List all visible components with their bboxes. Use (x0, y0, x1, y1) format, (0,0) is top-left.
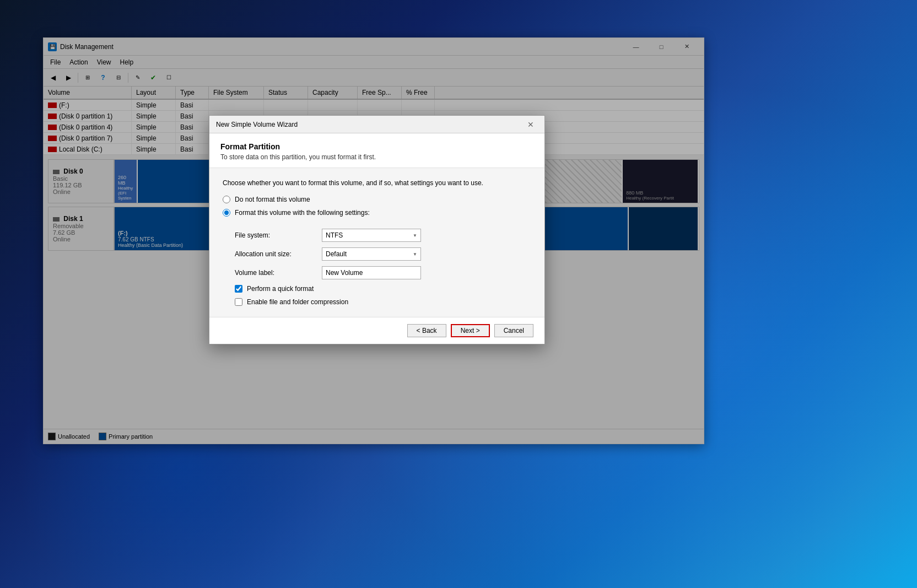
alloc-label: Allocation unit size: (235, 250, 317, 258)
alloc-value: Default (326, 250, 347, 258)
no-format-radio[interactable] (223, 196, 230, 203)
back-button[interactable]: < Back (407, 324, 446, 337)
no-format-option[interactable]: Do not format this volume (223, 196, 531, 203)
format-options: Do not format this volume Format this vo… (223, 196, 531, 306)
fs-row: File system: NTFS ▼ (235, 229, 531, 242)
cancel-button[interactable]: Cancel (494, 324, 533, 337)
dialog-heading: Format Partition (220, 142, 533, 151)
compression-label: Enable file and folder compression (247, 298, 348, 306)
format-label: Format this volume with the following se… (235, 209, 370, 217)
vol-label-row: Volume label: (235, 266, 531, 279)
compression-row[interactable]: Enable file and folder compression (235, 298, 531, 306)
fs-dropdown-arrow: ▼ (413, 233, 417, 238)
dialog-footer: < Back Next > Cancel (209, 317, 544, 344)
no-format-label: Do not format this volume (235, 196, 310, 203)
alloc-dropdown[interactable]: Default ▼ (322, 247, 421, 261)
main-window: 💾 Disk Management — □ ✕ File Action View… (43, 37, 704, 444)
vol-label-label: Volume label: (235, 269, 317, 277)
quick-format-label: Perform a quick format (247, 285, 314, 293)
format-option[interactable]: Format this volume with the following se… (223, 209, 531, 217)
dialog-title-bar: New Simple Volume Wizard ✕ (209, 116, 544, 133)
dialog-title: New Simple Volume Wizard (216, 121, 524, 128)
dialog-body: Choose whether you want to format this v… (209, 168, 544, 317)
format-settings: File system: NTFS ▼ Allocation unit size… (235, 229, 531, 306)
quick-format-row[interactable]: Perform a quick format (235, 285, 531, 293)
format-radio[interactable] (223, 209, 230, 217)
compression-checkbox[interactable] (235, 298, 242, 306)
fs-label: File system: (235, 231, 317, 239)
vol-label-input[interactable] (322, 266, 421, 279)
wizard-dialog: New Simple Volume Wizard ✕ Format Partit… (209, 115, 545, 344)
quick-format-checkbox[interactable] (235, 285, 242, 293)
fs-dropdown[interactable]: NTFS ▼ (322, 229, 421, 242)
fs-value: NTFS (326, 231, 343, 239)
dialog-header: Format Partition To store data on this p… (209, 133, 544, 168)
dialog-body-desc: Choose whether you want to format this v… (223, 179, 531, 187)
alloc-row: Allocation unit size: Default ▼ (235, 247, 531, 261)
dialog-subheading: To store data on this partition, you mus… (220, 153, 533, 161)
alloc-dropdown-arrow: ▼ (413, 252, 417, 257)
dialog-close-button[interactable]: ✕ (524, 117, 538, 132)
next-button[interactable]: Next > (451, 324, 490, 337)
